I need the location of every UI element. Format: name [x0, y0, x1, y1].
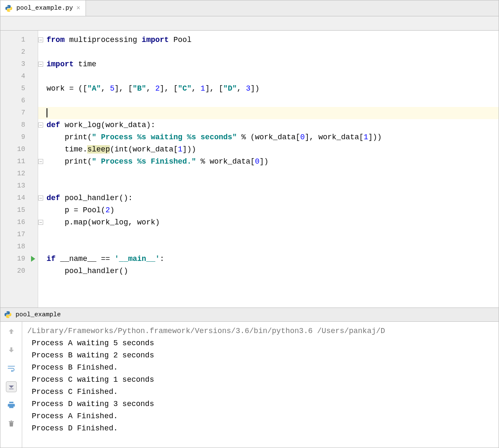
line-number[interactable]: 18 — [0, 241, 38, 253]
code-area[interactable]: from multiprocessing import Poolimport t… — [38, 31, 499, 307]
line-number[interactable]: 14 — [0, 192, 38, 204]
code-token: "D" — [223, 84, 237, 93]
console-line: Process A Finished. — [27, 410, 494, 422]
line-number[interactable]: 5 — [0, 83, 38, 95]
editor-tab-label: pool_example.py — [16, 5, 73, 12]
line-number[interactable]: 16 — [0, 216, 38, 229]
code-token: print( — [47, 157, 92, 166]
console-line: Process D Finished. — [27, 422, 494, 435]
code-token: (int(work_data[ — [110, 145, 178, 154]
code-line[interactable] — [38, 241, 499, 253]
code-token: time — [74, 60, 96, 68]
code-token: "B" — [133, 84, 146, 93]
code-line[interactable]: work = (["A", 5], ["B", 2], ["C", 1], ["… — [38, 83, 499, 95]
code-token: ])) — [368, 133, 382, 141]
line-number[interactable]: 7 — [0, 107, 38, 119]
code-line[interactable] — [38, 107, 499, 119]
code-token: "C" — [178, 84, 191, 93]
text-cursor — [47, 108, 47, 117]
code-token: p = Pool( — [47, 206, 105, 214]
code-token: Pool — [169, 36, 192, 44]
line-number[interactable]: 6 — [0, 95, 38, 107]
code-token: 1 — [178, 145, 182, 154]
code-token: __name__ == — [56, 255, 114, 263]
code-line[interactable]: p = Pool(2) — [38, 204, 499, 216]
code-line[interactable] — [38, 180, 499, 192]
editor-tab-active[interactable]: pool_example.py × — [0, 0, 86, 16]
code-line[interactable]: print(" Process %s Finished." % work_dat… — [38, 156, 499, 168]
console-line: /Library/Frameworks/Python.framework/Ver… — [27, 325, 494, 337]
code-line[interactable] — [38, 229, 499, 241]
code-token: ])) — [182, 145, 196, 154]
run-gutter-icon[interactable] — [31, 256, 35, 262]
console-line: Process B waiting 2 seconds — [27, 349, 494, 362]
run-toolbar — [0, 322, 22, 448]
console-line: Process C Finished. — [27, 386, 494, 398]
code-token: if — [47, 255, 56, 263]
line-number[interactable]: 9 — [0, 131, 38, 143]
scroll-up-icon[interactable] — [6, 326, 17, 337]
scroll-to-end-icon[interactable] — [6, 381, 17, 392]
line-number[interactable]: 12 — [0, 168, 38, 180]
console-output[interactable]: /Library/Frameworks/Python.framework/Ver… — [22, 322, 499, 448]
line-number[interactable]: 4 — [0, 70, 38, 83]
scroll-down-icon[interactable] — [6, 344, 17, 355]
code-token: , — [237, 84, 246, 93]
code-line[interactable] — [38, 168, 499, 180]
code-line[interactable]: if __name__ == '__main__': — [38, 253, 499, 265]
trash-icon[interactable] — [6, 418, 17, 429]
line-number[interactable]: 8 — [0, 119, 38, 131]
line-number[interactable]: 11 — [0, 156, 38, 168]
code-token: p.map(work_log, work) — [47, 218, 160, 227]
line-number[interactable]: 10 — [0, 143, 38, 156]
code-token: % (work_data[ — [237, 133, 300, 141]
line-number-gutter[interactable]: 1234567891011121314151617181920 — [0, 31, 38, 307]
fold-handle-icon[interactable] — [38, 37, 43, 42]
code-token: print( — [47, 133, 92, 141]
fold-handle-icon[interactable] — [38, 122, 43, 128]
soft-wrap-icon[interactable] — [6, 363, 17, 374]
code-token: % work_data[ — [196, 157, 255, 166]
code-token: ) — [110, 206, 114, 214]
run-tool-window: /Library/Frameworks/Python.framework/Ver… — [0, 322, 499, 448]
line-number[interactable]: 1 — [0, 34, 38, 46]
code-line[interactable] — [38, 46, 499, 58]
console-line: Process D waiting 3 seconds — [27, 398, 494, 410]
code-token: 3 — [246, 84, 250, 93]
code-token: 0 — [255, 157, 260, 166]
editor-tab-bar: pool_example.py × — [0, 0, 499, 16]
code-line[interactable] — [38, 70, 499, 83]
code-line[interactable]: def work_log(work_data): — [38, 119, 499, 131]
run-config-name[interactable]: pool_example — [16, 311, 61, 318]
code-token: 2 — [105, 206, 110, 214]
code-line[interactable] — [38, 95, 499, 107]
line-number[interactable]: 3 — [0, 58, 38, 70]
code-token: 1 — [200, 84, 205, 93]
code-token: ], [ — [205, 84, 223, 93]
code-line[interactable]: from multiprocessing import Pool — [38, 34, 499, 46]
code-line[interactable]: def pool_handler(): — [38, 192, 499, 204]
fold-handle-icon[interactable] — [38, 220, 43, 225]
code-line[interactable]: time.sleep(int(work_data[1])) — [38, 143, 499, 156]
line-number[interactable]: 17 — [0, 229, 38, 241]
code-line[interactable]: import time — [38, 58, 499, 70]
close-tab-icon[interactable]: × — [76, 5, 81, 12]
print-icon[interactable] — [6, 400, 17, 411]
code-line[interactable]: pool_handler() — [38, 265, 499, 277]
fold-handle-icon[interactable] — [38, 195, 43, 201]
line-number[interactable]: 2 — [0, 46, 38, 58]
line-number[interactable]: 20 — [0, 265, 38, 277]
code-line[interactable]: p.map(work_log, work) — [38, 216, 499, 229]
code-token: time. — [47, 145, 87, 154]
fold-handle-icon[interactable] — [38, 62, 43, 67]
code-token: ]) — [250, 84, 260, 93]
code-token: 5 — [110, 84, 114, 93]
code-line[interactable]: print(" Process %s waiting %s seconds" %… — [38, 131, 499, 143]
code-token: "A" — [87, 84, 101, 93]
line-number[interactable]: 13 — [0, 180, 38, 192]
line-number[interactable]: 15 — [0, 204, 38, 216]
code-token: import — [47, 60, 74, 68]
code-editor[interactable]: 1234567891011121314151617181920 from mul… — [0, 31, 499, 307]
line-number[interactable]: 19 — [0, 253, 38, 265]
fold-handle-icon[interactable] — [38, 159, 43, 164]
